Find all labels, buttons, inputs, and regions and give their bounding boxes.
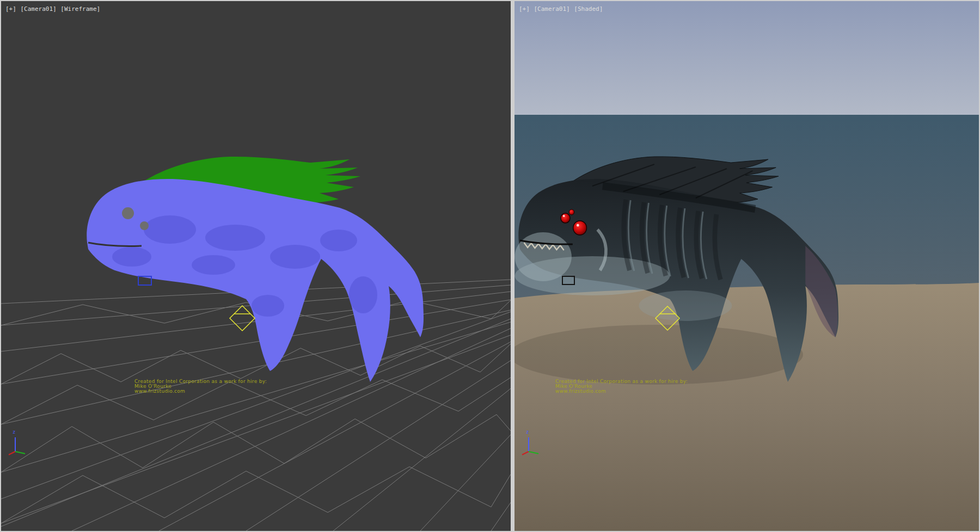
credit-line-3: www.frizstudio.com xyxy=(134,389,267,394)
credit-text: Created for Intel Corporation as a work … xyxy=(134,379,267,394)
wireframe-canvas[interactable] xyxy=(1,1,511,531)
viewport-label: [+] [Camera01] [Wireframe] xyxy=(5,5,101,13)
viewport-menu-shading[interactable]: [Shaded] xyxy=(574,5,603,13)
axis-tripod-icon xyxy=(521,434,545,456)
viewport-area: [+] [Camera01] [Wireframe] xyxy=(0,0,980,532)
viewport-menu-general[interactable]: [+] xyxy=(5,5,16,13)
world-axis-tripod: z xyxy=(8,431,32,457)
viewport-wireframe[interactable]: [+] [Camera01] [Wireframe] xyxy=(1,1,511,531)
sky xyxy=(514,1,979,115)
credit-line-3: www.frizstudio.com xyxy=(555,389,688,394)
fish-body-wire[interactable] xyxy=(87,179,424,382)
fish-wireframe[interactable] xyxy=(87,157,424,382)
viewport-label: [+] [Camera01] [Shaded] xyxy=(519,5,603,13)
viewport-splitter[interactable] xyxy=(511,1,514,531)
credit-text: Created for Intel Corporation as a work … xyxy=(555,379,688,394)
sand-ground xyxy=(514,283,979,531)
shaded-canvas[interactable] xyxy=(514,1,979,531)
world-axis-tripod: z xyxy=(521,431,545,457)
gizmo-diamond[interactable] xyxy=(230,306,255,331)
viewport-menu-camera[interactable]: [Camera01] xyxy=(534,5,570,13)
viewport-menu-camera[interactable]: [Camera01] xyxy=(21,5,57,13)
viewport-menu-general[interactable]: [+] xyxy=(519,5,530,13)
axis-tripod-icon xyxy=(8,434,32,456)
viewport-menu-shading[interactable]: [Wireframe] xyxy=(60,5,100,13)
viewport-shaded[interactable]: [+] [Camera01] [Shaded] xyxy=(514,1,979,531)
fish-shadow xyxy=(514,325,803,385)
